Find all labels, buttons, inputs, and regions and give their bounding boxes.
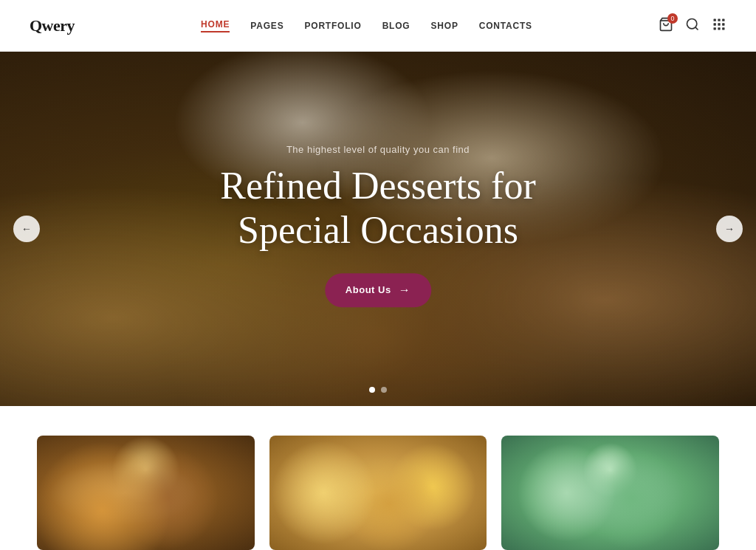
cart-badge: 0: [667, 13, 678, 24]
cards-section: [0, 406, 756, 550]
nav-portfolio[interactable]: PORTFOLIO: [304, 21, 361, 31]
nav-blog[interactable]: BLOG: [382, 21, 410, 31]
logo[interactable]: Qwery: [30, 16, 75, 35]
hero-section: The highest level of quality you can fin…: [0, 52, 756, 406]
nav-contacts[interactable]: CONTACTS: [479, 21, 532, 31]
hero-cta-button[interactable]: About Us →: [325, 273, 431, 307]
header: Qwery HOME PAGES PORTFOLIO BLOG SHOP CON…: [0, 0, 756, 52]
svg-rect-7: [722, 23, 724, 25]
hero-dot-1[interactable]: [369, 387, 375, 393]
hero-prev-button[interactable]: ←: [13, 216, 40, 242]
svg-rect-5: [713, 23, 715, 25]
svg-rect-8: [713, 27, 715, 30]
grid-icon: [712, 17, 726, 32]
hero-subtitle: The highest level of quality you can fin…: [220, 144, 535, 155]
hero-title: Refined Desserts for Special Occasions: [220, 164, 535, 252]
svg-rect-9: [718, 27, 720, 30]
svg-rect-6: [718, 23, 720, 25]
nav-pages[interactable]: PAGES: [250, 21, 284, 31]
hero-prev-arrow: ←: [21, 223, 32, 235]
card-macarons[interactable]: [501, 436, 719, 550]
header-icons: 0: [659, 17, 726, 35]
hero-cta-arrow: →: [399, 283, 411, 297]
main-nav: HOME PAGES PORTFOLIO BLOG SHOP CONTACTS: [201, 19, 532, 32]
cart-button[interactable]: 0: [659, 17, 673, 35]
search-button[interactable]: [685, 17, 700, 35]
hero-cta-label: About Us: [346, 284, 391, 295]
hero-next-arrow: →: [724, 223, 735, 235]
hero-dots: [369, 387, 387, 393]
hero-next-button[interactable]: →: [716, 216, 743, 242]
svg-rect-10: [722, 27, 724, 30]
card-bread[interactable]: [37, 436, 255, 550]
svg-rect-4: [722, 18, 724, 21]
hero-content: The highest level of quality you can fin…: [220, 144, 535, 307]
grid-menu-button[interactable]: [712, 17, 726, 35]
search-icon: [685, 17, 700, 32]
nav-home[interactable]: HOME: [201, 19, 230, 32]
hero-dot-2[interactable]: [381, 387, 387, 393]
svg-rect-2: [713, 18, 715, 21]
card-croissants[interactable]: [269, 436, 487, 550]
svg-point-1: [687, 18, 696, 28]
svg-rect-3: [718, 18, 720, 21]
nav-shop[interactable]: SHOP: [431, 21, 458, 31]
